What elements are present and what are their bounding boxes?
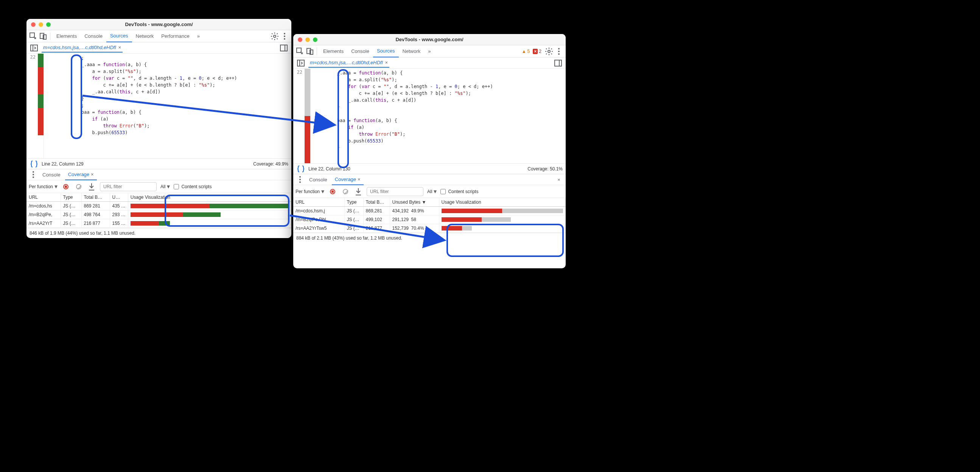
pretty-print-braces-icon[interactable] bbox=[296, 165, 305, 173]
url-filter-input[interactable] bbox=[100, 182, 157, 191]
svg-rect-23 bbox=[555, 60, 562, 66]
svg-point-20 bbox=[558, 53, 560, 55]
clear-icon[interactable] bbox=[341, 187, 350, 196]
drawer-close-icon[interactable]: × bbox=[554, 175, 563, 184]
line-gutter: 22 bbox=[293, 69, 305, 163]
record-icon[interactable] bbox=[61, 182, 70, 191]
table-row[interactable]: /rs=AA2YrTJS (…216 877155 … bbox=[27, 219, 291, 228]
show-navigator-icon[interactable] bbox=[296, 59, 305, 68]
zoom-window-icon[interactable] bbox=[313, 37, 317, 42]
table-header-row: URL Type Total B… U… Usage Visualization bbox=[27, 193, 291, 202]
dropdown-label: All bbox=[161, 184, 165, 189]
export-icon[interactable] bbox=[354, 187, 363, 196]
coverage-summary: 884 kB of 2.1 MB (43%) used so far, 1.2 … bbox=[293, 233, 566, 243]
toggle-debugger-icon[interactable] bbox=[554, 59, 563, 68]
content-scripts-checkbox[interactable]: Content scripts bbox=[174, 184, 212, 189]
tab-console[interactable]: Console bbox=[81, 30, 106, 42]
titlebar: DevTools - www.google.com/ bbox=[27, 19, 291, 30]
minimize-window-icon[interactable] bbox=[38, 22, 43, 27]
coverage-granularity-dropdown[interactable]: Per function▾ bbox=[29, 183, 57, 190]
settings-gear-icon[interactable] bbox=[544, 47, 554, 56]
more-icon[interactable] bbox=[280, 32, 289, 41]
toggle-debugger-icon[interactable] bbox=[279, 43, 288, 52]
table-row[interactable]: /rs=AA2YrTsw5JS (…216,877152,739 70.4% bbox=[293, 224, 566, 233]
type-filter-dropdown[interactable]: All▾ bbox=[161, 183, 170, 190]
col-type[interactable]: Type bbox=[60, 193, 81, 202]
drawer-tab-console[interactable]: Console bbox=[306, 174, 330, 185]
col-viz[interactable]: Usage Visualization bbox=[439, 198, 566, 207]
code-editor[interactable]: 22 ; _.aaa = function(a, b) { a = a.spli… bbox=[27, 54, 291, 158]
zoom-window-icon[interactable] bbox=[46, 22, 51, 27]
drawer-tab-close-icon[interactable]: × bbox=[358, 176, 361, 182]
dropdown-label: Per function bbox=[29, 184, 53, 189]
table-row[interactable]: /m=B2qlPe,DhlJS (…499,102291,129 58 bbox=[293, 215, 566, 224]
errors-badge[interactable]: × 2 bbox=[533, 49, 541, 54]
editor-statusbar: Line 22, Column 130 Coverage: 50.1% bbox=[293, 163, 566, 174]
tab-sources[interactable]: Sources bbox=[373, 45, 399, 57]
coverage-toolbar: Per function▾ All▾ Content scripts bbox=[293, 185, 566, 198]
close-window-icon[interactable] bbox=[298, 37, 302, 42]
minimize-window-icon[interactable] bbox=[305, 37, 310, 42]
code-editor[interactable]: 22 _.aaa = function(a, b) { a = a.split(… bbox=[293, 69, 566, 163]
type-filter-dropdown[interactable]: All▾ bbox=[427, 188, 437, 195]
device-toolbar-icon[interactable] bbox=[38, 32, 48, 41]
export-icon[interactable] bbox=[87, 182, 96, 191]
tab-network[interactable]: Network bbox=[399, 45, 425, 57]
tab-performance[interactable]: Performance bbox=[158, 30, 193, 42]
record-icon[interactable] bbox=[328, 187, 337, 196]
inspect-icon[interactable] bbox=[29, 32, 38, 41]
tab-sources[interactable]: Sources bbox=[106, 30, 132, 42]
table-header-row: URL Type Total B… Unused Bytes ▼ Usage V… bbox=[293, 198, 566, 207]
col-type[interactable]: Type bbox=[344, 198, 363, 207]
settings-gear-icon[interactable] bbox=[270, 32, 279, 41]
more-icon[interactable] bbox=[554, 47, 563, 56]
code-content: ; _.aaa = function(a, b) { a = a.split("… bbox=[44, 54, 291, 158]
file-tab[interactable]: m=cdos,hsm,jsa,…c,dtl0hd,eHDfl × bbox=[41, 43, 123, 52]
col-unused[interactable]: U… bbox=[110, 193, 128, 202]
tabs-overflow[interactable]: » bbox=[424, 45, 434, 57]
pretty-print-braces-icon[interactable] bbox=[30, 160, 38, 169]
close-file-icon[interactable]: × bbox=[118, 44, 121, 50]
col-url[interactable]: URL bbox=[27, 193, 60, 202]
line-number: 22 bbox=[30, 54, 35, 60]
svg-point-17 bbox=[548, 50, 550, 52]
drawer-tab-coverage[interactable]: Coverage × bbox=[332, 174, 364, 185]
drawer-tab-label: Coverage bbox=[335, 176, 356, 182]
col-total[interactable]: Total B… bbox=[363, 198, 390, 207]
tab-network[interactable]: Network bbox=[132, 30, 158, 42]
inspect-icon[interactable] bbox=[296, 47, 305, 56]
file-tab[interactable]: m=cdos,hsm,jsa,…c,dtl0hd,eHDfl × bbox=[309, 58, 389, 68]
col-viz[interactable]: Usage Visualization bbox=[128, 193, 291, 202]
col-unused[interactable]: Unused Bytes ▼ bbox=[390, 198, 439, 207]
drawer-tab-close-icon[interactable]: × bbox=[91, 171, 94, 177]
drawer-tab-coverage[interactable]: Coverage × bbox=[65, 169, 97, 180]
divider bbox=[50, 33, 50, 40]
error-count: 2 bbox=[539, 49, 541, 54]
coverage-granularity-dropdown[interactable]: Per function▾ bbox=[296, 188, 324, 195]
coverage-percent: Coverage: 49.9% bbox=[253, 162, 288, 167]
drawer-more-icon[interactable] bbox=[29, 170, 38, 179]
table-row[interactable]: /m=cdos,hsJS (…869 281435 … bbox=[27, 202, 291, 211]
close-file-icon[interactable]: × bbox=[385, 60, 388, 65]
dropdown-label: Per function bbox=[296, 189, 320, 194]
svg-rect-7 bbox=[31, 45, 37, 51]
close-window-icon[interactable] bbox=[31, 22, 35, 27]
col-total[interactable]: Total B… bbox=[81, 193, 110, 202]
content-scripts-checkbox[interactable]: Content scripts bbox=[441, 189, 478, 194]
drawer-more-icon[interactable] bbox=[296, 175, 305, 184]
tab-console[interactable]: Console bbox=[347, 45, 373, 57]
device-toolbar-icon[interactable] bbox=[305, 47, 315, 56]
show-navigator-icon[interactable] bbox=[30, 43, 38, 52]
table-row[interactable]: /m=B2qlPe,JS (…498 764293 … bbox=[27, 211, 291, 219]
table-row[interactable]: /m=cdos,hsm,jJS (…869,281434,192 49.9% bbox=[293, 207, 566, 215]
clear-icon[interactable] bbox=[74, 182, 83, 191]
tab-elements[interactable]: Elements bbox=[319, 45, 347, 57]
drawer-tab-console[interactable]: Console bbox=[39, 169, 64, 180]
warnings-badge[interactable]: ▲ 5 bbox=[522, 49, 530, 54]
col-url[interactable]: URL bbox=[293, 198, 344, 207]
url-filter-input[interactable] bbox=[367, 187, 423, 196]
coverage-summary: 846 kB of 1.9 MB (44%) used so far, 1.1 … bbox=[27, 228, 291, 238]
tab-elements[interactable]: Elements bbox=[52, 30, 81, 42]
tabs-overflow[interactable]: » bbox=[193, 30, 204, 42]
editor-statusbar: Line 22, Column 129 Coverage: 49.9% bbox=[27, 158, 291, 169]
